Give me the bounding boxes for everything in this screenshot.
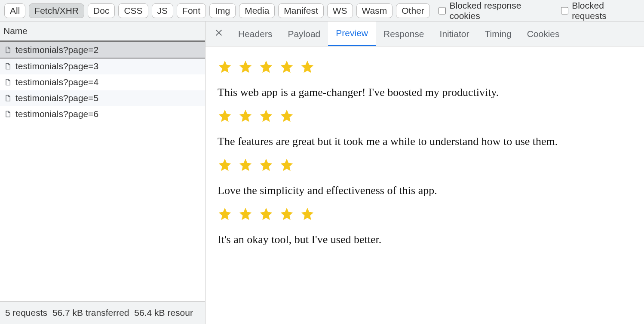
filter-manifest[interactable]: Manifest [278, 3, 323, 18]
filter-font[interactable]: Font [177, 3, 206, 18]
star-icon [259, 207, 273, 221]
filter-other[interactable]: Other [396, 3, 430, 18]
star-rating [218, 108, 644, 123]
request-row[interactable]: testimonials?page=3 [0, 59, 205, 74]
filter-wasm[interactable]: Wasm [356, 3, 393, 18]
tab-payload[interactable]: Payload [280, 22, 328, 46]
filter-img[interactable]: Img [209, 3, 236, 18]
request-name: testimonials?page=5 [15, 93, 98, 103]
star-rating [218, 207, 644, 221]
star-rating [218, 59, 644, 74]
testimonial-text: Love the simplicity and effectiveness of… [218, 184, 644, 197]
request-list-panel: Name testimonials?page=2testimonials?pag… [0, 22, 205, 324]
status-bar: 5 requests 56.7 kB transferred 56.4 kB r… [0, 301, 205, 324]
file-icon [4, 110, 11, 118]
file-icon [4, 62, 11, 71]
star-icon [238, 59, 253, 74]
tab-cookies[interactable]: Cookies [519, 22, 567, 46]
request-name: testimonials?page=3 [15, 61, 98, 71]
column-header-name[interactable]: Name [0, 22, 205, 41]
star-icon [238, 207, 253, 221]
status-resources: 56.4 kB resour [134, 308, 193, 318]
tab-headers[interactable]: Headers [230, 22, 280, 46]
star-icon [279, 207, 294, 221]
star-icon [279, 108, 294, 123]
star-icon [279, 157, 294, 172]
request-row[interactable]: testimonials?page=2 [0, 41, 205, 59]
file-icon [4, 46, 11, 54]
star-icon [218, 157, 232, 172]
filter-all[interactable]: All [4, 3, 25, 18]
star-icon [279, 59, 294, 74]
request-name: testimonials?page=6 [15, 109, 98, 119]
blocked-requests-label: Blocked requests [572, 0, 640, 21]
blocked-cookies-label: Blocked response cookies [449, 0, 552, 21]
detail-panel: HeadersPayloadPreviewResponseInitiatorTi… [205, 22, 644, 324]
tab-response[interactable]: Response [376, 22, 432, 46]
star-icon [300, 207, 315, 221]
request-name: testimonials?page=2 [15, 45, 98, 55]
star-icon [259, 108, 273, 123]
star-icon [218, 59, 232, 74]
star-icon [300, 59, 315, 74]
testimonial: The features are great but it took me a … [212, 108, 644, 148]
testimonial: It's an okay tool, but I've used better. [212, 207, 644, 246]
filter-js[interactable]: JS [152, 3, 174, 18]
testimonial-text: The features are great but it took me a … [218, 135, 644, 148]
star-icon [238, 108, 253, 123]
star-icon [259, 157, 273, 172]
preview-pane: This web app is a game-changer! I've boo… [205, 46, 644, 324]
request-row[interactable]: testimonials?page=4 [0, 74, 205, 90]
status-requests: 5 requests [5, 308, 47, 318]
request-name: testimonials?page=4 [15, 77, 98, 87]
file-icon [4, 94, 11, 102]
testimonial-text: It's an okay tool, but I've used better. [218, 233, 644, 246]
tab-initiator[interactable]: Initiator [432, 22, 477, 46]
request-list: testimonials?page=2testimonials?page=3te… [0, 41, 205, 301]
filter-toolbar: AllFetch/XHRDocCSSJSFontImgMediaManifest… [0, 0, 644, 22]
tab-timing[interactable]: Timing [477, 22, 519, 46]
filter-media[interactable]: Media [239, 3, 275, 18]
star-icon [218, 207, 232, 221]
filter-css[interactable]: CSS [118, 3, 148, 18]
close-icon[interactable] [207, 24, 230, 44]
star-icon [259, 59, 273, 74]
filter-doc[interactable]: Doc [88, 3, 115, 18]
blocked-requests-checkbox[interactable]: Blocked requests [561, 0, 640, 21]
testimonial-text: This web app is a game-changer! I've boo… [218, 86, 644, 99]
request-row[interactable]: testimonials?page=5 [0, 90, 205, 106]
status-transferred: 56.7 kB transferred [52, 308, 129, 318]
request-row[interactable]: testimonials?page=6 [0, 106, 205, 122]
testimonial: This web app is a game-changer! I've boo… [212, 59, 644, 99]
file-icon [4, 78, 11, 86]
star-icon [238, 157, 253, 172]
star-icon [218, 108, 232, 123]
tab-preview[interactable]: Preview [328, 22, 376, 46]
detail-tabs: HeadersPayloadPreviewResponseInitiatorTi… [205, 22, 644, 46]
star-rating [218, 157, 644, 172]
filter-fetch-xhr[interactable]: Fetch/XHR [29, 3, 84, 18]
testimonial: Love the simplicity and effectiveness of… [212, 157, 644, 197]
blocked-cookies-checkbox[interactable]: Blocked response cookies [439, 0, 552, 21]
filter-ws[interactable]: WS [327, 3, 353, 18]
